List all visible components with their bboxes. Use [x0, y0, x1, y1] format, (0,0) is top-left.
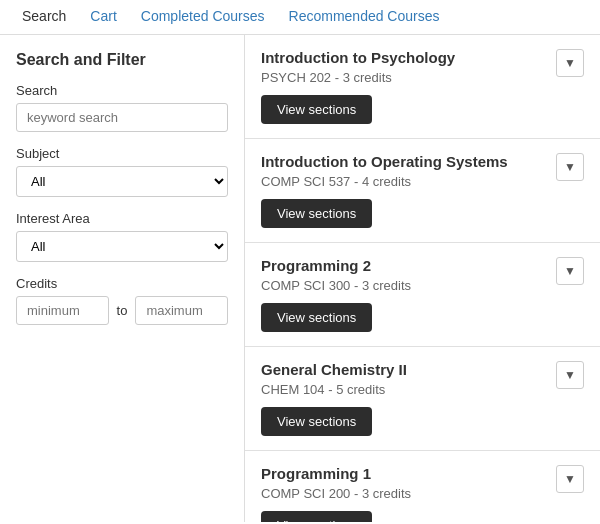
course-meta: COMP SCI 200 - 3 credits	[261, 486, 546, 501]
course-info: Programming 2COMP SCI 300 - 3 creditsVie…	[261, 257, 546, 332]
nav-tab-search[interactable]: Search	[10, 0, 78, 34]
view-sections-button[interactable]: View sections	[261, 407, 372, 436]
course-title: Introduction to Operating Systems	[261, 153, 546, 170]
credits-max-input[interactable]	[135, 296, 228, 325]
course-dropdown-button[interactable]: ▼	[556, 361, 584, 389]
course-info: Introduction to Operating SystemsCOMP SC…	[261, 153, 546, 228]
view-sections-button[interactable]: View sections	[261, 303, 372, 332]
course-meta: COMP SCI 537 - 4 credits	[261, 174, 546, 189]
course-item: Programming 1COMP SCI 200 - 3 creditsVie…	[245, 451, 600, 522]
interest-area-select[interactable]: All	[16, 231, 228, 262]
view-sections-button[interactable]: View sections	[261, 95, 372, 124]
sidebar-title: Search and Filter	[16, 51, 228, 69]
course-meta: PSYCH 202 - 3 credits	[261, 70, 546, 85]
course-info: General Chemistry IICHEM 104 - 5 credits…	[261, 361, 546, 436]
credits-label: Credits	[16, 276, 228, 291]
course-dropdown-button[interactable]: ▼	[556, 49, 584, 77]
credits-to-label: to	[117, 303, 128, 318]
course-dropdown-button[interactable]: ▼	[556, 465, 584, 493]
nav-tab-recommended-courses[interactable]: Recommended Courses	[277, 0, 452, 34]
search-group: Search	[16, 83, 228, 132]
nav-tabs: SearchCartCompleted CoursesRecommended C…	[0, 0, 600, 35]
subject-group: Subject All	[16, 146, 228, 197]
credits-group: Credits to	[16, 276, 228, 325]
credits-min-input[interactable]	[16, 296, 109, 325]
subject-select[interactable]: All	[16, 166, 228, 197]
search-label: Search	[16, 83, 228, 98]
course-title: General Chemistry II	[261, 361, 546, 378]
search-input[interactable]	[16, 103, 228, 132]
course-title: Programming 1	[261, 465, 546, 482]
course-info: Programming 1COMP SCI 200 - 3 creditsVie…	[261, 465, 546, 522]
interest-area-label: Interest Area	[16, 211, 228, 226]
interest-area-group: Interest Area All	[16, 211, 228, 262]
course-dropdown-button[interactable]: ▼	[556, 153, 584, 181]
course-title: Introduction to Psychology	[261, 49, 546, 66]
credits-row: to	[16, 296, 228, 325]
course-meta: COMP SCI 300 - 3 credits	[261, 278, 546, 293]
course-dropdown-button[interactable]: ▼	[556, 257, 584, 285]
subject-label: Subject	[16, 146, 228, 161]
nav-tab-cart[interactable]: Cart	[78, 0, 128, 34]
nav-tab-completed-courses[interactable]: Completed Courses	[129, 0, 277, 34]
course-item: Introduction to Operating SystemsCOMP SC…	[245, 139, 600, 243]
course-item: Introduction to PsychologyPSYCH 202 - 3 …	[245, 35, 600, 139]
sidebar: Search and Filter Search Subject All Int…	[0, 35, 245, 522]
course-item: Programming 2COMP SCI 300 - 3 creditsVie…	[245, 243, 600, 347]
course-list: Introduction to PsychologyPSYCH 202 - 3 …	[245, 35, 600, 522]
view-sections-button[interactable]: View sections	[261, 199, 372, 228]
course-title: Programming 2	[261, 257, 546, 274]
course-info: Introduction to PsychologyPSYCH 202 - 3 …	[261, 49, 546, 124]
course-item: General Chemistry IICHEM 104 - 5 credits…	[245, 347, 600, 451]
view-sections-button[interactable]: View sections	[261, 511, 372, 522]
course-meta: CHEM 104 - 5 credits	[261, 382, 546, 397]
